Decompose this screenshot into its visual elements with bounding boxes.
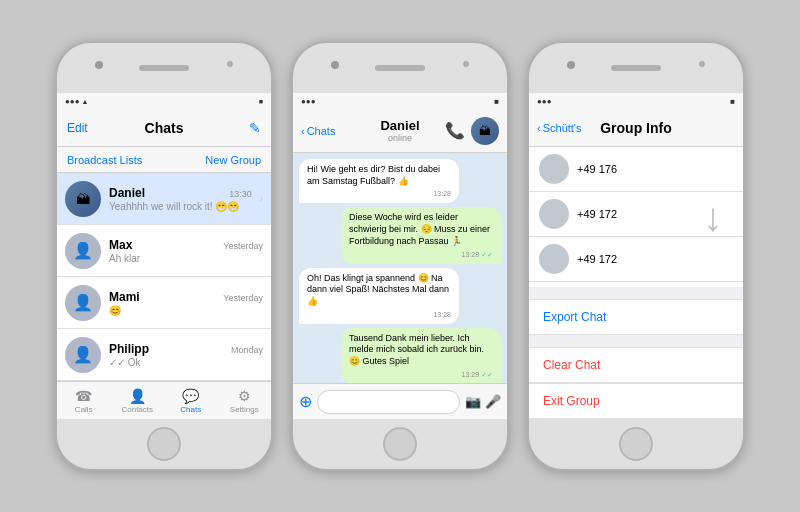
msg-time-4: 13:29 ✓✓ — [349, 370, 493, 379]
msg-1: Hi! Wie geht es dir? Bist du dabei am Sa… — [299, 159, 459, 203]
export-chat-button[interactable]: Export Chat — [529, 299, 743, 335]
speaker-3 — [611, 65, 661, 71]
member-number-3: +49 172 — [577, 253, 617, 265]
chat-preview-philipp: ✓✓ Ok — [109, 357, 263, 368]
msg-text-2: Diese Woche wird es leider schwierig bei… — [349, 212, 490, 245]
group-info-header: ‹ Schütt's Group Info — [529, 109, 743, 147]
camera-button[interactable]: 📷 — [465, 394, 481, 409]
phone-screen-3: ●●● ■ ‹ Schütt's Group Info +49 176 +49 … — [529, 93, 743, 419]
settings-label: Settings — [230, 405, 259, 414]
chat-time-daniel: 13:30 — [229, 189, 252, 199]
chat-header: ‹ Chats Daniel online 📞 🏔 — [293, 109, 507, 153]
back-schutts-label: Schütt's — [543, 122, 582, 134]
status-bar-2: ●●● ■ — [293, 93, 507, 109]
member-avatar-3 — [539, 244, 569, 274]
chats-sub-bar: Broadcast Lists New Group — [57, 147, 271, 173]
home-button-2[interactable] — [383, 427, 417, 461]
online-status: online — [380, 133, 419, 143]
avatar-philipp: 👤 — [65, 337, 101, 373]
phones-container: ●●● ▲ ■ Edit Chats ✎ Broadcast Lists New… — [55, 41, 745, 471]
tab-contacts[interactable]: 👤 Contacts — [111, 388, 165, 414]
tab-chats[interactable]: 💬 Chats — [164, 388, 218, 414]
member-4[interactable]: +49 173 — [529, 282, 743, 287]
calls-label: Calls — [75, 405, 93, 414]
chat-preview-mami: 😊 — [109, 305, 263, 316]
signal-indicator: ●●● — [65, 97, 80, 106]
msg-text-4: Tausend Dank mein lieber. Ich melde mich… — [349, 333, 484, 366]
double-tick-icon-2: ✓✓ — [481, 371, 493, 378]
message-input[interactable] — [317, 390, 460, 414]
chats-tab-label: Chats — [180, 405, 201, 414]
broadcast-lists-link[interactable]: Broadcast Lists — [67, 154, 142, 166]
chevron-right-icon: › — [260, 193, 263, 204]
double-tick-icon: ✓✓ — [481, 251, 493, 258]
exit-group-button[interactable]: Exit Group — [529, 383, 743, 419]
chat-time-mami: Yesterday — [223, 293, 263, 303]
phone-bottom-3 — [529, 419, 743, 469]
signal-2: ●●● — [301, 97, 316, 106]
conversation-name: Daniel — [380, 118, 419, 133]
speaker-2 — [375, 65, 425, 71]
clear-chat-button[interactable]: Clear Chat — [529, 347, 743, 383]
clear-chat-label: Clear Chat — [543, 358, 600, 372]
status-bar-3: ●●● ■ — [529, 93, 743, 109]
group-info-title: Group Info — [600, 120, 672, 136]
camera-dot-3 — [567, 61, 575, 69]
new-group-link[interactable]: New Group — [205, 154, 261, 166]
phone-top-2 — [293, 43, 507, 93]
member-number-1: +49 176 — [577, 163, 617, 175]
messages-area: Hi! Wie geht es dir? Bist du dabei am Sa… — [293, 153, 507, 383]
sensor-dot — [227, 61, 233, 67]
chat-time-max: Yesterday — [223, 241, 263, 251]
msg-time-2: 13:28 ✓✓ — [349, 250, 493, 259]
member-3[interactable]: +49 172 — [529, 237, 743, 282]
member-1[interactable]: +49 176 — [529, 147, 743, 192]
call-icon[interactable]: 📞 — [445, 121, 465, 140]
group-members: +49 176 +49 172 +49 172 +49 173 +49 176 — [529, 147, 743, 287]
calls-icon: ☎ — [75, 388, 92, 404]
msg-4: Tausend Dank mein lieber. Ich melde mich… — [341, 328, 501, 383]
battery-2: ■ — [494, 97, 499, 106]
camera-dot-2 — [331, 61, 339, 69]
edit-button[interactable]: Edit — [67, 121, 88, 135]
phone-1: ●●● ▲ ■ Edit Chats ✎ Broadcast Lists New… — [55, 41, 273, 471]
back-to-schutts-button[interactable]: ‹ Schütt's — [537, 122, 581, 134]
phone-top-3 — [529, 43, 743, 93]
sensor-dot-2 — [463, 61, 469, 67]
tab-settings[interactable]: ⚙ Settings — [218, 388, 272, 414]
mic-button[interactable]: 🎤 — [485, 394, 501, 409]
member-2[interactable]: +49 172 — [529, 192, 743, 237]
phone-2: ●●● ■ ‹ Chats Daniel online 📞 🏔 — [291, 41, 509, 471]
contacts-icon: 👤 — [129, 388, 146, 404]
exit-group-label: Exit Group — [543, 394, 600, 408]
tab-bar: ☎ Calls 👤 Contacts 💬 Chats ⚙ Settings — [57, 381, 271, 419]
msg-2: Diese Woche wird es leider schwierig bei… — [341, 207, 501, 263]
back-chats-label: Chats — [307, 125, 336, 137]
action-section: Export Chat Clear Chat Exit Group — [529, 287, 743, 419]
chat-item-daniel[interactable]: 🏔 Daniel 13:30 Yeahhhh we will rock it! … — [57, 173, 271, 225]
msg-3: Oh! Das klingt ja spannend 😊 Na dann vie… — [299, 268, 459, 324]
chat-name-philipp: Philipp — [109, 342, 149, 356]
msg-time-1: 13:28 — [307, 189, 451, 198]
avatar-daniel: 🏔 — [65, 181, 101, 217]
member-number-2: +49 172 — [577, 208, 617, 220]
chat-input-bar: ⊕ 📷 🎤 — [293, 383, 507, 419]
member-avatar-1 — [539, 154, 569, 184]
signal-3: ●●● — [537, 97, 552, 106]
chat-item-mami[interactable]: 👤 Mami Yesterday 😊 — [57, 277, 271, 329]
msg-text-3: Oh! Das klingt ja spannend 😊 Na dann vie… — [307, 273, 449, 306]
compose-icon[interactable]: ✎ — [249, 120, 261, 136]
tab-calls[interactable]: ☎ Calls — [57, 388, 111, 414]
home-button-3[interactable] — [619, 427, 653, 461]
msg-text-1: Hi! Wie geht es dir? Bist du dabei am Sa… — [307, 164, 440, 186]
contact-avatar[interactable]: 🏔 — [471, 117, 499, 145]
chat-item-max[interactable]: 👤 Max Yesterday Ah klar — [57, 225, 271, 277]
chat-item-philipp[interactable]: 👤 Philipp Monday ✓✓ Ok — [57, 329, 271, 381]
emoji-button[interactable]: ⊕ — [299, 392, 312, 411]
phone-screen-1: ●●● ▲ ■ Edit Chats ✎ Broadcast Lists New… — [57, 93, 271, 419]
chat-preview-daniel: Yeahhhh we will rock it! 😁😁 — [109, 201, 252, 212]
home-button-1[interactable] — [147, 427, 181, 461]
speaker — [139, 65, 189, 71]
back-to-chats-button[interactable]: ‹ Chats — [301, 125, 335, 137]
chat-name-mami: Mami — [109, 290, 140, 304]
